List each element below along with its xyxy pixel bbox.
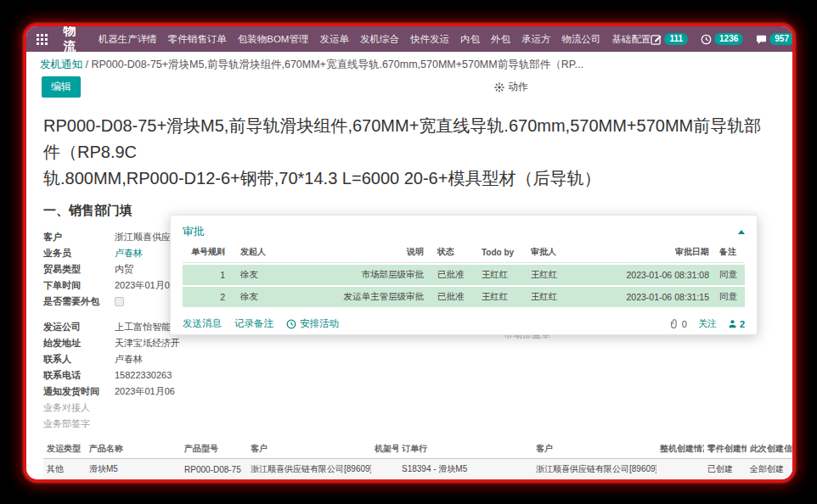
menu-item-machine-production[interactable]: 机器生产详情 xyxy=(99,33,157,46)
table-row[interactable]: 其他 前导轨滑块组件 浙江顺喜供应链有限公司[89609] S18394 - 前… xyxy=(43,480,795,483)
field-order-time-value: 2023年01月06 xyxy=(115,277,175,294)
col-rack-no: 机架号 xyxy=(371,440,398,459)
person-icon xyxy=(728,319,737,328)
menu-item-inner-pack[interactable]: 内包 xyxy=(460,33,480,46)
breadcrumb: 发机通知 / RP000-D08-75+滑块M5,前导轨滑块组件,670MM+宽… xyxy=(40,58,779,72)
breadcrumb-current: RP000-D08-75+滑块M5,前导轨滑块组件,670MM+宽直线导轨.67… xyxy=(91,59,583,70)
field-origin-address: 始发地址 天津宝坻经济开 xyxy=(43,335,502,351)
followers-button[interactable]: 2 xyxy=(728,319,745,329)
col-todo-by: Todo by xyxy=(476,248,531,257)
cell-customer: 浙江顺喜供应链有限公司[89609] xyxy=(247,480,371,483)
approval-title: 审批 xyxy=(183,224,205,239)
menu-item-shipping-summary[interactable]: 发机综合 xyxy=(360,33,399,46)
field-salesperson-label: 业务员 xyxy=(43,245,115,261)
field-notify-time-value: 2023年01月06 xyxy=(115,384,175,400)
follow-label: 关注 xyxy=(698,317,717,330)
chatter-toolbar: 发送消息 记录备注 安排活动 0 关注 xyxy=(183,317,745,330)
col-note: 备注 xyxy=(709,246,745,258)
cell-type: 其他 xyxy=(43,480,86,483)
schedule-activity-label: 安排活动 xyxy=(300,317,339,330)
col-product-name: 产品名称 xyxy=(86,440,181,459)
cell-todo-by: 王红红 xyxy=(476,269,531,281)
schedule-activity-button[interactable]: 安排活动 xyxy=(286,317,339,330)
send-message-button[interactable]: 发送消息 xyxy=(183,317,222,330)
col-ship-type: 发运类型 xyxy=(43,440,86,459)
col-customer: 客户 xyxy=(247,440,371,459)
field-business-sign-label: 业务部签字 xyxy=(43,416,115,432)
field-contact: 联系人 卢春林 xyxy=(43,351,502,367)
collapse-caret-icon[interactable] xyxy=(738,230,745,234)
paperclip-icon xyxy=(670,319,679,328)
menu-item-carrier[interactable]: 承运方 xyxy=(521,33,551,46)
cell-machine-created xyxy=(656,480,704,483)
menu-item-express-shipping[interactable]: 快件发运 xyxy=(410,33,449,46)
record-title-line1: RP000-D08-75+滑块M5,前导轨滑块组件,670MM+宽直线导轨.67… xyxy=(43,113,775,165)
col-status: 状态 xyxy=(424,246,476,258)
navbar-systray: 111 1236 957 xyxy=(651,33,784,45)
menu-item-logistics-company[interactable]: 物流公司 xyxy=(561,33,600,46)
cell-machine-created xyxy=(656,459,704,480)
field-salesperson-value[interactable]: 卢春林 xyxy=(115,245,143,261)
cell-initiator: 徐友 xyxy=(225,291,317,303)
cell-create-info: 全部创建 xyxy=(747,480,794,483)
field-notify-time-label: 通知发货时间 xyxy=(43,384,115,400)
menu-item-packaging-bom[interactable]: 包装物BOM管理 xyxy=(238,33,309,46)
activities-counter[interactable]: 1236 xyxy=(701,33,743,45)
messages-count-badge: 957 xyxy=(769,33,794,45)
cell-no: 1 xyxy=(183,270,225,280)
breadcrumb-parent-link[interactable]: 发机通知 xyxy=(40,59,82,70)
cell-description: 市场部层级审批 xyxy=(317,269,424,281)
cell-part-created: 已创建 xyxy=(704,480,747,483)
menu-item-base-config[interactable]: 基础配置 xyxy=(611,33,651,46)
cell-type: 其他 xyxy=(43,459,86,480)
cell-approver: 王红红 xyxy=(531,269,609,281)
cell-approver: 王红红 xyxy=(531,291,609,303)
schedule-clock-icon xyxy=(286,319,296,329)
action-menu-button[interactable]: 动作 xyxy=(494,80,528,94)
cell-part-created: 已创建 xyxy=(704,459,747,480)
field-contact-phone: 联系电话 15822330263 xyxy=(43,367,502,384)
col-number-rule: 单号规则 xyxy=(183,246,225,258)
messages-counter[interactable]: 957 xyxy=(756,33,794,45)
field-trade-type-value: 内贸 xyxy=(115,261,133,277)
col-description: 说明 xyxy=(317,246,424,258)
field-business-liaison-label: 业务对接人 xyxy=(43,400,115,416)
chat-icon xyxy=(756,34,767,45)
app-title[interactable]: 物流 xyxy=(51,24,98,55)
edit-button[interactable]: 编辑 xyxy=(42,76,81,98)
table-row[interactable]: 其他 滑块M5 RP000-D08-75 浙江顺喜供应链有限公司[89609] … xyxy=(43,459,795,480)
field-contact-label: 联系人 xyxy=(43,351,115,367)
approval-row[interactable]: 1 徐友 市场部层级审批 已批准 王红红 王红红 2023-01-06 08:3… xyxy=(183,265,745,285)
edit-note-icon xyxy=(651,34,662,45)
cell-rack xyxy=(371,480,398,483)
lines-header-row: 发运类型 产品名称 产品型号 客户 机架号 订单行 客户 整机创建情况 零件创建… xyxy=(43,440,795,459)
apps-grid-icon xyxy=(37,34,48,45)
cell-model: RP000-D08-75 xyxy=(181,459,247,480)
notes-count-badge: 111 xyxy=(664,33,688,45)
attachments-button[interactable]: 0 xyxy=(670,319,687,329)
main-menu: 机器生产详情 零件销售订单 包装物BOM管理 发运单 发机综合 快件发运 内包 … xyxy=(99,33,651,46)
field-origin-address-value: 天津宝坻经济开 xyxy=(115,335,180,351)
record-title-line2: 轨.800MM,RP000-D12-6+钢带,70*14.3 L=6000 20… xyxy=(43,165,775,192)
cell-name: 滑块M5 xyxy=(86,459,181,480)
field-contact-value: 卢春林 xyxy=(115,351,143,367)
field-contact-phone-label: 联系电话 xyxy=(43,367,115,384)
col-create-info: 此次创建信息 xyxy=(747,440,794,459)
menu-item-part-sales-order[interactable]: 零件销售订单 xyxy=(168,33,227,46)
cell-approve-date: 2023-01-06 08:31:08 xyxy=(609,270,709,280)
cell-customer2: 浙江顺喜供应链有限公司[89609] xyxy=(532,480,656,483)
cell-note: 同意 xyxy=(709,291,745,303)
apps-menu-button[interactable] xyxy=(33,26,51,52)
menu-item-outer-pack[interactable]: 外包 xyxy=(491,33,510,46)
log-note-button[interactable]: 记录备注 xyxy=(234,317,273,330)
outsource-checkbox xyxy=(115,297,124,306)
col-machine-created: 整机创建情况 xyxy=(656,440,704,459)
notes-counter[interactable]: 111 xyxy=(651,33,688,45)
cell-customer: 浙江顺喜供应链有限公司[89609] xyxy=(247,459,371,480)
approval-row[interactable]: 2 徐友 发运单主管层级审批 已批准 王红红 王红红 2023-01-06 08… xyxy=(183,287,745,307)
menu-item-shipping-order[interactable]: 发运单 xyxy=(319,33,349,46)
app-window: 物流 机器生产详情 零件销售订单 包装物BOM管理 发运单 发机综合 快件发运 … xyxy=(24,24,795,482)
field-need-outsource-label: 是否需要外包 xyxy=(43,294,115,310)
follow-button[interactable]: 关注 xyxy=(698,317,717,330)
clock-icon xyxy=(701,34,712,45)
